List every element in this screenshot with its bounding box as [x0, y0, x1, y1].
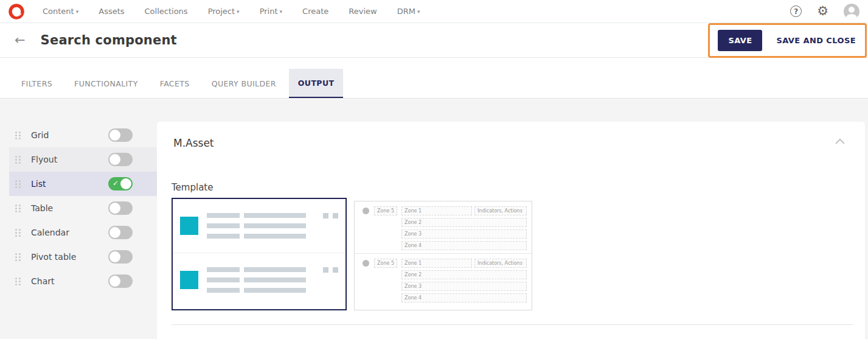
zone2-box: Zone 2 [401, 270, 527, 279]
save-buttons-highlight: SAVE SAVE AND CLOSE [708, 23, 867, 58]
sidebar-item-list[interactable]: List ✓ [9, 172, 157, 196]
masset-panel: M.Asset Template [157, 122, 865, 339]
nav-item-print[interactable]: Print▾ [260, 7, 282, 16]
preview-action-squares [323, 213, 338, 218]
tab-filters[interactable]: FILTERS [12, 69, 61, 98]
app-logo-icon[interactable] [9, 4, 24, 19]
nav-item-assets[interactable]: Assets▾ [99, 7, 124, 16]
sidebar-item-label: Pivot table [31, 252, 76, 262]
nav-item-project[interactable]: Project▾ [208, 7, 240, 16]
preview-text-lines [207, 213, 306, 239]
zone2-box: Zone 2 [401, 218, 527, 227]
sidebar-item-pivot-table[interactable]: Pivot table ✓ [9, 245, 157, 269]
zone4-box: Zone 4 [401, 293, 527, 302]
zone5-box: Zone 5 [374, 206, 397, 215]
section-divider [172, 324, 853, 325]
nav-item-review[interactable]: Review▾ [349, 7, 377, 16]
content-area: Grid ✓ Flyout ✓ List ✓ Table ✓ Calendar … [0, 99, 868, 339]
indicators-actions-box: Indicators, Actions [474, 259, 527, 268]
sidebar-item-flyout[interactable]: Flyout ✓ [9, 147, 157, 172]
caret-down-icon: ▾ [237, 9, 240, 15]
sidebar-item-label: Grid [31, 130, 49, 140]
output-views-sidebar: Grid ✓ Flyout ✓ List ✓ Table ✓ Calendar … [0, 99, 157, 293]
caret-down-icon: ▾ [280, 9, 283, 15]
preview-list-row [173, 199, 345, 253]
help-icon[interactable]: ? [790, 5, 802, 17]
chart-toggle[interactable]: ✓ [108, 274, 133, 288]
nav-item-create[interactable]: Create▾ [302, 7, 328, 16]
caret-down-icon: ▾ [76, 9, 79, 15]
page-header: ← Search component SAVE SAVE AND CLOSE [0, 23, 868, 58]
zone5-box: Zone 5 [374, 259, 397, 268]
avatar[interactable] [844, 4, 859, 19]
zone1-box: Zone 1 [401, 259, 472, 268]
zone3-box: Zone 3 [401, 282, 527, 291]
preview-text-lines [207, 267, 306, 293]
nav-item-collections[interactable]: Collections▾ [145, 7, 188, 16]
save-and-close-button[interactable]: SAVE AND CLOSE [776, 36, 856, 45]
table-toggle[interactable]: ✓ [108, 201, 133, 215]
sidebar-item-label: List [31, 179, 46, 189]
check-icon: ✓ [113, 179, 119, 187]
zone3-box: Zone 3 [401, 229, 527, 239]
zone-avatar-circle [363, 260, 369, 267]
zone1-box: Zone 1 [401, 206, 472, 215]
template-option-zone-layout[interactable]: Zone 5 Zone 1 Indicators, Actions Zone 2… [354, 201, 532, 310]
caret-down-icon: ▾ [417, 9, 420, 15]
template-options: Zone 5 Zone 1 Indicators, Actions Zone 2… [172, 198, 532, 310]
top-nav: Content▾ Assets▾ Collections▾ Project▾ P… [0, 0, 868, 23]
zone-block: Zone 5 Zone 1 Indicators, Actions Zone 2… [355, 254, 532, 306]
drag-handle-icon[interactable] [15, 253, 21, 261]
sidebar-item-label: Calendar [31, 228, 69, 237]
zone-block: Zone 5 Zone 1 Indicators, Actions Zone 2… [355, 201, 532, 254]
tab-query-builder[interactable]: QUERY BUILDER [203, 69, 285, 98]
nav-item-drm[interactable]: DRM▾ [397, 7, 420, 16]
preview-list-row [173, 253, 345, 307]
section-title: M.Asset [173, 137, 214, 149]
gear-icon[interactable]: ⚙ [817, 5, 828, 18]
list-toggle[interactable]: ✓ [108, 177, 133, 190]
template-option-list-preview[interactable] [172, 198, 347, 310]
sidebar-item-table[interactable]: Table ✓ [9, 196, 157, 220]
sidebar-item-chart[interactable]: Chart ✓ [9, 269, 157, 293]
sidebar-item-label: Table [31, 203, 53, 213]
indicators-actions-box: Indicators, Actions [474, 206, 527, 215]
flyout-toggle[interactable]: ✓ [108, 153, 133, 166]
tab-facets[interactable]: FACETS [151, 69, 199, 98]
drag-handle-icon[interactable] [15, 229, 21, 237]
tab-bar: FILTERS FUNCTIONALITY FACETS QUERY BUILD… [0, 58, 868, 99]
template-label: Template [172, 182, 213, 193]
drag-handle-icon[interactable] [15, 156, 21, 164]
page-title: Search component [41, 33, 177, 47]
sidebar-item-grid[interactable]: Grid ✓ [9, 123, 157, 147]
sidebar-item-label: Chart [31, 276, 54, 286]
preview-action-squares [323, 267, 338, 273]
drag-handle-icon[interactable] [15, 204, 21, 212]
drag-handle-icon[interactable] [15, 278, 21, 285]
tab-functionality[interactable]: FUNCTIONALITY [65, 69, 147, 98]
nav-item-content[interactable]: Content▾ [43, 7, 78, 16]
sidebar-item-calendar[interactable]: Calendar ✓ [9, 220, 157, 245]
tab-output[interactable]: OUTPUT [289, 69, 344, 98]
sidebar-item-label: Flyout [31, 155, 57, 164]
chevron-up-icon[interactable] [835, 139, 845, 144]
back-arrow-icon[interactable]: ← [15, 33, 26, 47]
drag-handle-icon[interactable] [15, 180, 21, 188]
zone-avatar-circle [363, 208, 369, 214]
preview-thumbnail-square [180, 217, 198, 235]
drag-handle-icon[interactable] [15, 131, 21, 139]
pivot-table-toggle[interactable]: ✓ [108, 250, 133, 264]
grid-toggle[interactable]: ✓ [108, 128, 133, 142]
save-button[interactable]: SAVE [718, 30, 762, 51]
zone4-box: Zone 4 [401, 241, 527, 250]
calendar-toggle[interactable]: ✓ [108, 226, 133, 239]
preview-thumbnail-square [180, 271, 198, 289]
